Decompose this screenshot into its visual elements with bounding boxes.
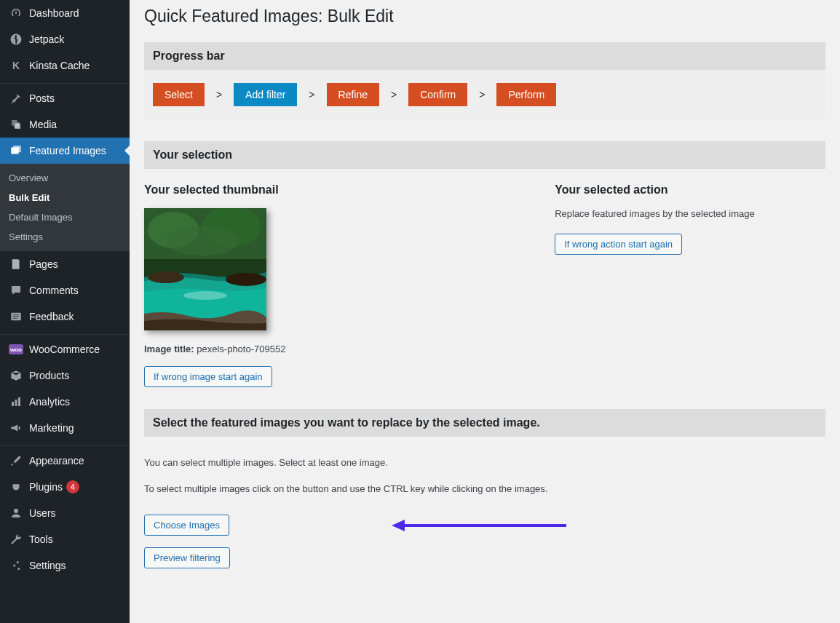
svg-rect-4 bbox=[13, 259, 19, 269]
sidebar-item-pages[interactable]: Pages bbox=[0, 251, 130, 277]
sidebar-item-label: Dashboard bbox=[29, 7, 79, 19]
page-icon bbox=[9, 257, 23, 271]
sidebar-item-jetpack[interactable]: Jetpack bbox=[0, 26, 130, 52]
sidebar-item-label: Products bbox=[29, 370, 69, 381]
jetpack-icon bbox=[9, 32, 23, 47]
action-description: Replace featured images by the selected … bbox=[555, 208, 825, 219]
sidebar-item-marketing[interactable]: Marketing bbox=[0, 415, 130, 441]
step-perform[interactable]: Perform bbox=[496, 83, 556, 106]
step-separator: > bbox=[304, 89, 319, 100]
svg-point-10 bbox=[17, 561, 19, 563]
sidebar-item-label: Feedback bbox=[29, 311, 74, 322]
image-title-caption: Image title: pexels-photo-709552 bbox=[144, 344, 526, 354]
sidebar-item-settings[interactable]: Settings bbox=[0, 552, 130, 579]
svg-rect-7 bbox=[15, 400, 17, 406]
step-confirm[interactable]: Confirm bbox=[408, 83, 467, 106]
svg-rect-6 bbox=[12, 402, 14, 406]
feedback-icon bbox=[9, 309, 23, 324]
main-content: Quick Featured Images: Bulk Edit Progres… bbox=[130, 0, 840, 623]
comment-icon bbox=[9, 283, 23, 298]
submenu-default-images[interactable]: Default Images bbox=[0, 207, 130, 227]
sidebar-item-label: Tools bbox=[29, 533, 53, 545]
choose-images-button[interactable]: Choose Images bbox=[144, 515, 229, 536]
svg-rect-8 bbox=[18, 397, 20, 406]
sidebar-item-label: Settings bbox=[29, 560, 66, 571]
plug-icon bbox=[9, 480, 23, 494]
wrench-icon bbox=[9, 532, 23, 547]
sidebar-item-woocommerce[interactable]: woo WooCommerce bbox=[0, 336, 130, 362]
sidebar-item-featured-images[interactable]: Featured Images bbox=[0, 138, 130, 164]
select-images-heading: Select the featured images you want to r… bbox=[144, 409, 825, 437]
sidebar-item-label: WooCommerce bbox=[29, 344, 100, 355]
selection-body: Your selected thumbnail bbox=[144, 169, 825, 409]
brush-icon bbox=[9, 453, 23, 468]
images-icon bbox=[9, 143, 23, 158]
action-column: Your selected action Replace featured im… bbox=[555, 183, 825, 387]
sidebar-item-label: Posts bbox=[29, 92, 55, 104]
sidebar-item-label: Jetpack bbox=[29, 33, 64, 45]
sidebar-item-feedback[interactable]: Feedback bbox=[0, 303, 130, 330]
svg-point-17 bbox=[166, 226, 239, 255]
image-title-label: Image title: bbox=[144, 344, 194, 354]
submenu-overview[interactable]: Overview bbox=[0, 168, 130, 188]
svg-rect-2 bbox=[13, 146, 21, 152]
products-icon bbox=[9, 368, 23, 383]
sidebar-item-label: Users bbox=[29, 507, 56, 519]
submenu-featured-images: Overview Bulk Edit Default Images Settin… bbox=[0, 164, 130, 251]
step-select[interactable]: Select bbox=[153, 83, 205, 106]
sidebar-item-label: Plugins bbox=[29, 481, 63, 493]
step-separator: > bbox=[475, 89, 489, 100]
sidebar-item-label: Appearance bbox=[29, 455, 84, 467]
image-title-value: pexels-photo-709552 bbox=[197, 344, 285, 354]
sidebar-item-analytics[interactable]: Analytics bbox=[0, 389, 130, 415]
progress-bar-heading: Progress bar bbox=[144, 42, 825, 70]
thumbnail-column: Your selected thumbnail bbox=[144, 183, 526, 387]
action-heading: Your selected action bbox=[555, 183, 825, 197]
svg-point-19 bbox=[226, 273, 266, 286]
sidebar-item-label: Kinsta Cache bbox=[29, 60, 90, 71]
sidebar-item-kinsta[interactable]: K Kinsta Cache bbox=[0, 52, 130, 79]
media-icon bbox=[9, 117, 23, 132]
progress-steps: Select > Add filter > Refine > Confirm >… bbox=[144, 70, 825, 119]
step-separator: > bbox=[212, 89, 226, 100]
preview-filtering-button[interactable]: Preview filtering bbox=[144, 547, 230, 568]
woocommerce-icon: woo bbox=[9, 342, 23, 357]
sidebar-item-tools[interactable]: Tools bbox=[0, 526, 130, 552]
separator bbox=[0, 443, 130, 446]
svg-point-20 bbox=[183, 291, 227, 300]
step-add-filter[interactable]: Add filter bbox=[234, 83, 297, 106]
user-icon bbox=[9, 506, 23, 520]
sidebar-item-dashboard[interactable]: Dashboard bbox=[0, 0, 130, 26]
step-refine[interactable]: Refine bbox=[327, 83, 379, 106]
sidebar-item-products[interactable]: Products bbox=[0, 362, 130, 389]
svg-point-11 bbox=[13, 565, 15, 567]
page-title: Quick Featured Images: Bulk Edit bbox=[144, 0, 825, 29]
selection-heading: Your selection bbox=[144, 141, 825, 169]
separator bbox=[0, 331, 130, 335]
sliders-icon bbox=[9, 558, 23, 573]
gauge-icon bbox=[9, 6, 23, 20]
sidebar-item-posts[interactable]: Posts bbox=[0, 85, 130, 111]
wrong-image-button[interactable]: If wrong image start again bbox=[144, 366, 272, 387]
sidebar-item-comments[interactable]: Comments bbox=[0, 277, 130, 303]
step-separator: > bbox=[387, 89, 401, 100]
submenu-bulk-edit[interactable]: Bulk Edit bbox=[0, 188, 130, 207]
annotation-arrow-icon bbox=[392, 517, 566, 534]
sidebar-item-label: Pages bbox=[29, 258, 58, 270]
sidebar-item-plugins[interactable]: Plugins 4 bbox=[0, 474, 130, 500]
sidebar-item-label: Analytics bbox=[29, 396, 70, 408]
pin-icon bbox=[9, 91, 23, 106]
svg-point-9 bbox=[14, 509, 18, 513]
sidebar-item-label: Media bbox=[29, 119, 57, 130]
thumbnail-heading: Your selected thumbnail bbox=[144, 183, 526, 197]
submenu-settings[interactable]: Settings bbox=[0, 227, 130, 247]
sidebar-item-users[interactable]: Users bbox=[0, 500, 130, 526]
separator bbox=[0, 80, 130, 84]
wrong-action-button[interactable]: If wrong action start again bbox=[555, 234, 682, 255]
sidebar-item-media[interactable]: Media bbox=[0, 111, 130, 138]
sidebar-item-appearance[interactable]: Appearance bbox=[0, 448, 130, 474]
preview-filtering-row: Preview filtering bbox=[144, 547, 825, 568]
analytics-icon bbox=[9, 394, 23, 409]
instruction-2: To select multiple images click on the b… bbox=[144, 482, 825, 496]
admin-sidebar: Dashboard Jetpack K Kinsta Cache Posts M… bbox=[0, 0, 130, 623]
